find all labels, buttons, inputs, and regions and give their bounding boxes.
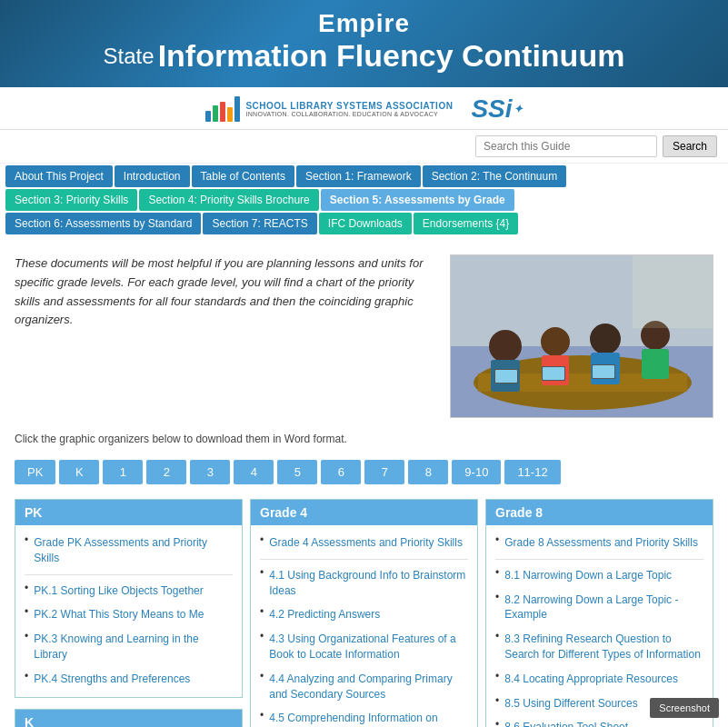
pk-item-2: • PK.3 Knowing and Learning in the Libra… [25, 627, 233, 667]
nav-about[interactable]: About This Project [5, 165, 113, 187]
g8-item-2: • 8.3 Refining Research Question to Sear… [495, 627, 703, 667]
svg-rect-18 [633, 255, 713, 328]
nav-toc[interactable]: Table of Contents [192, 165, 294, 187]
grade-1112-btn[interactable]: 11-12 [504, 460, 560, 484]
pk-link-3[interactable]: PK.4 Strengths and Preferences [34, 669, 190, 690]
header-empire: Empire [318, 9, 410, 37]
ssi-logo: SSi ✦ [471, 95, 522, 124]
navigation: About This Project Introduction Table of… [0, 164, 728, 240]
pk-link-2[interactable]: PK.3 Knowing and Learning in the Library [34, 629, 233, 665]
g8-item-0: • 8.1 Narrowing Down a Large Topic [495, 563, 703, 588]
nav-section5[interactable]: Section 5: Assessments by Grade [321, 189, 514, 211]
nav-endorsements[interactable]: Endorsements {4} [414, 213, 518, 234]
pk-header: PK [15, 500, 242, 525]
grade-8-btn[interactable]: 8 [408, 460, 448, 484]
grade-5-btn[interactable]: 5 [277, 460, 317, 484]
grade-910-btn[interactable]: 9-10 [452, 460, 501, 484]
g4-bullet-3: • [260, 670, 264, 682]
k-section: K • Grade K Assessments and Priority Ski… [15, 709, 243, 727]
grade4-section: Grade 4 • Grade 4 Assessments and Priori… [250, 499, 478, 727]
grade-3-btn[interactable]: 3 [190, 460, 230, 484]
g4-item-0: • 4.1 Using Background Info to Brainstor… [260, 563, 468, 603]
nav-row-3: Section 6: Assessments by Standard Secti… [5, 213, 723, 234]
grade-k-btn[interactable]: K [59, 460, 99, 484]
slsa-bars-icon [205, 96, 240, 122]
search-button[interactable]: Search [663, 135, 717, 157]
g4-link-3[interactable]: 4.4 Analyzing and Comparing Primary and … [269, 669, 468, 705]
nav-row-2: Section 3: Priority Skills Section 4: Pr… [5, 189, 723, 211]
column-pk: PK • Grade PK Assessments and Priority S… [15, 499, 243, 727]
svg-point-8 [590, 324, 621, 354]
nav-introduction[interactable]: Introduction [115, 165, 190, 187]
svg-rect-15 [543, 367, 564, 380]
header-title: Information Fluency Continuum [158, 38, 625, 74]
slsa-name: SCHOOL LIBRARY SYSTEMS ASSOCIATION [245, 101, 453, 111]
nav-section2[interactable]: Section 2: The Continuum [423, 165, 567, 187]
g8-link-3[interactable]: 8.4 Locating Appropriate Resources [504, 669, 678, 690]
g8-link-1[interactable]: 8.2 Narrowing Down a Large Topic - Examp… [504, 590, 703, 626]
site-header: Empire State Information Fluency Continu… [0, 0, 728, 130]
ssi-star-icon: ✦ [514, 103, 523, 115]
g8-main-link-item: • Grade 8 Assessments and Priority Skill… [495, 531, 703, 555]
screenshot-button[interactable]: Screenshot [650, 698, 719, 718]
g8-divider [495, 559, 703, 560]
grade-2-btn[interactable]: 2 [146, 460, 186, 484]
g4-bullet-0: • [260, 566, 264, 579]
nav-row-1: About This Project Introduction Table of… [5, 165, 723, 187]
logo-area: SCHOOL LIBRARY SYSTEMS ASSOCIATION INNOV… [0, 87, 728, 130]
nav-section3[interactable]: Section 3: Priority Skills [5, 189, 137, 211]
g8-bullet-3: • [495, 670, 499, 682]
g4-item-1: • 4.2 Predicting Answers [260, 603, 468, 627]
pk-item-bullet-0: • [25, 582, 28, 594]
grade-4-btn[interactable]: 4 [234, 460, 274, 484]
pk-bullet-icon: • [25, 533, 28, 546]
search-area: Search [0, 130, 728, 164]
column-grade4: Grade 4 • Grade 4 Assessments and Priori… [250, 499, 478, 727]
pk-link-0[interactable]: PK.1 Sorting Like Objects Together [34, 581, 204, 602]
g4-bullet-2: • [260, 630, 264, 642]
grade-pk-btn[interactable]: PK [15, 460, 55, 484]
svg-point-4 [489, 330, 522, 363]
g4-bullet-icon: • [260, 533, 264, 546]
pk-item-bullet-2: • [25, 630, 28, 642]
classroom-image [450, 254, 713, 418]
svg-rect-13 [495, 370, 517, 383]
g8-link-2[interactable]: 8.3 Refining Research Question to Search… [504, 629, 703, 665]
g4-link-2[interactable]: 4.3 Using Organizational Features of a B… [269, 629, 468, 665]
nav-ifc-downloads[interactable]: IFC Downloads [319, 213, 412, 234]
g4-link-1[interactable]: 4.2 Predicting Answers [269, 604, 380, 625]
search-input[interactable] [475, 135, 657, 157]
nav-section6[interactable]: Section 6: Assessments by Standard [5, 213, 201, 234]
slsa-tagline: INNOVATION. COLLABORATION. EDUCATION & A… [245, 111, 453, 117]
g8-bullet-1: • [495, 591, 499, 603]
grade-6-btn[interactable]: 6 [321, 460, 361, 484]
nav-section4[interactable]: Section 4: Priority Skills Brochure [139, 189, 318, 211]
g4-item-4: • 4.5 Comprehending Information on Websi… [260, 706, 468, 727]
pk-item-bullet-3: • [25, 670, 28, 682]
ssi-text: SSi [471, 95, 512, 124]
grade-1-btn[interactable]: 1 [103, 460, 143, 484]
nav-section7[interactable]: Section 7: REACTS [203, 213, 316, 234]
g4-main-link[interactable]: Grade 4 Assessments and Priority Skills [269, 533, 463, 553]
g8-main-link[interactable]: Grade 8 Assessments and Priority Skills [504, 533, 698, 553]
columns-area: PK • Grade PK Assessments and Priority S… [0, 492, 728, 727]
column-grade8: Grade 8 • Grade 8 Assessments and Priori… [485, 499, 713, 727]
g8-link-4[interactable]: 8.5 Using Different Sources [504, 693, 638, 714]
header-state: State [104, 44, 155, 69]
pk-item-3: • PK.4 Strengths and Preferences [25, 667, 233, 692]
svg-rect-17 [593, 365, 614, 378]
g8-bullet-2: • [495, 630, 499, 642]
grade-7-btn[interactable]: 7 [364, 460, 404, 484]
g4-link-0[interactable]: 4.1 Using Background Info to Brainstorm … [269, 565, 468, 602]
slsa-logo: SCHOOL LIBRARY SYSTEMS ASSOCIATION INNOV… [205, 96, 453, 122]
pk-main-link[interactable]: Grade PK Assessments and Priority Skills [34, 533, 233, 569]
pk-item-bullet-1: • [25, 605, 28, 618]
nav-section1[interactable]: Section 1: Framework [296, 165, 421, 187]
g4-link-4[interactable]: 4.5 Comprehending Information on Website… [269, 708, 468, 727]
pk-link-1[interactable]: PK.2 What This Story Means to Me [34, 604, 204, 625]
svg-point-6 [541, 327, 570, 356]
g8-link-0[interactable]: 8.1 Narrowing Down a Large Topic [504, 565, 672, 586]
grade-buttons: PK K 1 2 3 4 5 6 7 8 9-10 11-12 [0, 453, 728, 492]
g8-link-5[interactable]: 8.6 Evaluation Tool Sheet [504, 717, 628, 727]
grade8-section: Grade 8 • Grade 8 Assessments and Priori… [485, 499, 713, 727]
